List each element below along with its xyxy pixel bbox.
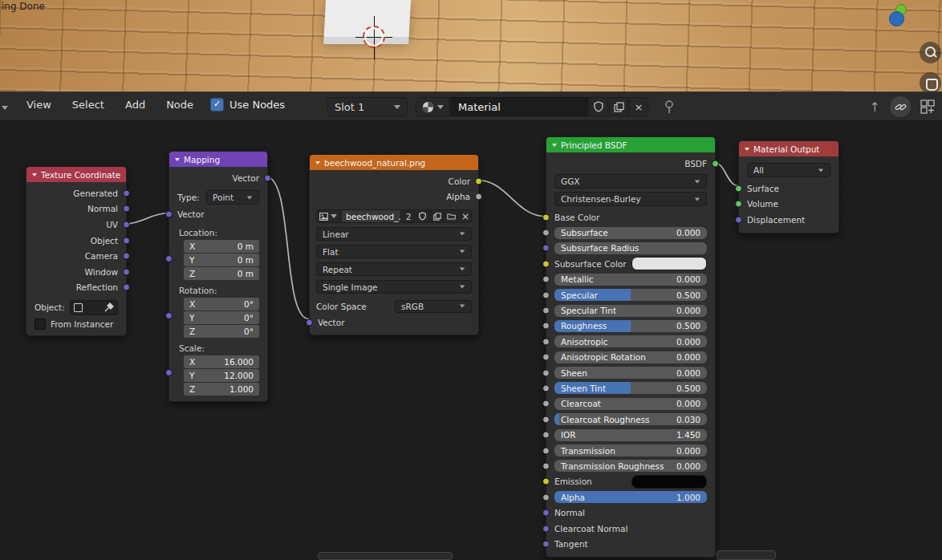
unlink-material-button[interactable]: ×: [629, 97, 648, 116]
enum-dropdown[interactable]: Repeat: [316, 262, 472, 276]
input-socket[interactable]: [542, 525, 550, 532]
output-socket[interactable]: [123, 237, 130, 244]
value-widget[interactable]: Clearcoat 0.000: [554, 398, 707, 410]
color-swatch[interactable]: [631, 475, 707, 489]
slot-dropdown[interactable]: Slot 1: [327, 97, 408, 116]
input-socket[interactable]: [542, 354, 550, 361]
input-socket[interactable]: [542, 462, 550, 469]
menu-item[interactable]: Select: [72, 99, 104, 111]
node-header[interactable]: Mapping: [169, 152, 267, 167]
output-socket[interactable]: [123, 284, 130, 291]
input-socket[interactable]: [542, 540, 550, 547]
node-texture-coordinate[interactable]: Texture Coordinate Generated Normal UV: [26, 166, 127, 336]
value-widget[interactable]: Transmission 0.000: [554, 444, 707, 457]
input-socket-scale[interactable]: [165, 369, 173, 376]
browse-material-dropdown[interactable]: [416, 97, 449, 116]
value-widget[interactable]: Sheen Tint 0.500: [554, 382, 707, 394]
input-socket[interactable]: [542, 478, 550, 485]
node-header[interactable]: Texture Coordinate: [26, 167, 126, 182]
menu-item[interactable]: Add: [125, 99, 145, 111]
horizontal-scrollbar[interactable]: [318, 552, 453, 560]
object-field[interactable]: [70, 300, 118, 315]
enum-dropdown[interactable]: Single Image: [316, 280, 472, 294]
output-socket[interactable]: [475, 193, 482, 201]
use-nodes-toggle[interactable]: ✓ Use Nodes: [210, 98, 285, 112]
menu-item[interactable]: Node: [166, 99, 193, 111]
axis-value-field[interactable]: Y 12.000: [184, 369, 259, 382]
target-dropdown[interactable]: All: [747, 163, 830, 177]
enum-dropdown[interactable]: GGX: [554, 174, 707, 189]
output-socket[interactable]: [123, 205, 130, 213]
input-socket-rotation[interactable]: [165, 312, 173, 319]
input-socket-location[interactable]: [165, 255, 173, 262]
input-socket[interactable]: [542, 307, 550, 314]
input-socket[interactable]: [542, 493, 550, 501]
axis-value-field[interactable]: Z 0 m: [184, 267, 259, 280]
input-socket[interactable]: [542, 213, 550, 221]
input-socket[interactable]: [542, 400, 550, 408]
input-socket[interactable]: [542, 323, 550, 330]
eyedropper-icon[interactable]: [104, 302, 114, 312]
output-socket[interactable]: [475, 177, 482, 185]
pin-icon-button[interactable]: [663, 99, 676, 114]
value-widget[interactable]: Subsurface 0.000: [554, 227, 707, 239]
collapse-icon[interactable]: [552, 144, 557, 147]
enum-dropdown[interactable]: Christensen-Burley: [554, 192, 707, 206]
checkbox-checked-icon[interactable]: ✓: [210, 98, 224, 112]
value-widget[interactable]: Alpha 1.000: [554, 491, 707, 503]
scrollbar-segment[interactable]: [717, 550, 776, 560]
input-socket[interactable]: [542, 432, 550, 439]
linked-datablock-button[interactable]: [890, 96, 911, 117]
go-to-parent-icon[interactable]: ↑: [870, 99, 880, 115]
node-header[interactable]: Principled BSDF: [546, 137, 715, 152]
input-socket[interactable]: [735, 201, 742, 208]
output-socket[interactable]: [264, 174, 271, 181]
collapse-icon[interactable]: [32, 173, 37, 177]
editor-type-dropdown[interactable]: [2, 100, 8, 112]
output-socket[interactable]: [123, 253, 130, 260]
value-widget[interactable]: Clearcoat Roughness 0.030: [554, 413, 707, 425]
input-socket[interactable]: [542, 291, 550, 298]
input-socket[interactable]: [542, 447, 550, 454]
color-space-dropdown[interactable]: sRGB: [395, 300, 472, 313]
output-socket[interactable]: [123, 268, 130, 275]
collapse-icon[interactable]: [175, 158, 180, 161]
type-dropdown[interactable]: Point: [206, 190, 259, 205]
input-socket[interactable]: [542, 338, 550, 345]
output-socket[interactable]: [123, 189, 130, 197]
value-widget[interactable]: IOR 1.450: [554, 429, 707, 441]
axis-value-field[interactable]: Z 0°: [184, 325, 259, 338]
input-socket[interactable]: [542, 260, 550, 267]
material-name-field[interactable]: Material: [450, 97, 588, 116]
browse-image-dropdown[interactable]: [316, 209, 340, 223]
axis-value-field[interactable]: Z 1.000: [184, 383, 259, 396]
input-socket[interactable]: [735, 216, 742, 223]
node-principled-bsdf[interactable]: Principled BSDF BSDF GGX Christensen-Bur…: [546, 136, 716, 558]
image-users-button[interactable]: 2: [402, 209, 415, 223]
fake-user-shield-button[interactable]: [589, 97, 608, 116]
node-header[interactable]: Material Output: [739, 141, 838, 156]
value-widget[interactable]: Roughness 0.500: [554, 320, 707, 332]
axis-value-field[interactable]: X 16.000: [184, 355, 259, 368]
pan-hand-button[interactable]: [920, 72, 941, 94]
menu-item[interactable]: View: [26, 99, 51, 111]
input-socket[interactable]: [542, 509, 550, 517]
node-mapping[interactable]: Mapping Vector Type: Point Vector: [169, 151, 268, 402]
collapse-icon[interactable]: [315, 161, 320, 164]
node-editor-canvas[interactable]: Texture Coordinate Generated Normal UV: [0, 120, 942, 560]
output-socket[interactable]: [712, 160, 719, 167]
node-material-output[interactable]: Material Output All Surface Volume: [738, 140, 839, 233]
unlink-image-button[interactable]: ×: [459, 209, 472, 223]
node-image-texture[interactable]: beechwood_natural.png Color Alpha: [309, 154, 479, 335]
color-swatch[interactable]: [631, 257, 707, 270]
axis-value-field[interactable]: Y 0°: [184, 311, 259, 324]
input-socket[interactable]: [542, 384, 550, 392]
input-socket-vector[interactable]: [165, 211, 173, 218]
value-widget[interactable]: Transmission Roughness 0.000: [554, 460, 707, 472]
value-widget[interactable]: Metallic 0.000: [554, 274, 707, 286]
enum-dropdown[interactable]: Linear: [316, 227, 472, 241]
axis-value-field[interactable]: Y 0 m: [184, 254, 259, 266]
input-socket[interactable]: [542, 229, 550, 237]
input-socket[interactable]: [735, 185, 742, 192]
input-socket[interactable]: [542, 276, 550, 283]
